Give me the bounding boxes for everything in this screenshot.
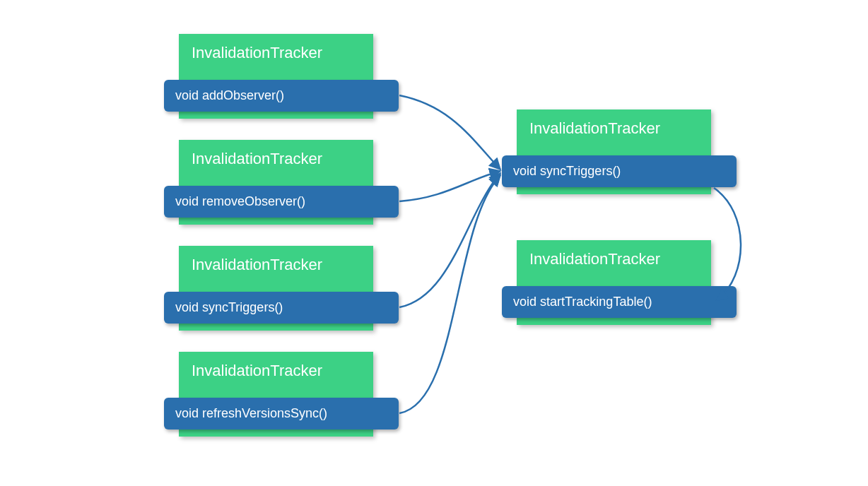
method-label: void refreshVersionsSync() [175,406,327,420]
method-box[interactable]: void removeObserver() [164,186,399,218]
method-box[interactable]: void refreshVersionsSync() [164,398,399,429]
edge [399,175,500,413]
method-label: void addObserver() [175,88,284,102]
class-label: InvalidationTracker [179,140,373,175]
method-box[interactable]: void startTrackingTable() [502,286,737,318]
method-label: void syncTriggers() [513,164,621,178]
class-label: InvalidationTracker [179,352,373,387]
method-label: void startTrackingTable() [513,295,652,309]
method-box[interactable]: void syncTriggers() [502,155,737,187]
edge [399,95,500,170]
class-label: InvalidationTracker [179,34,373,69]
class-label: InvalidationTracker [179,246,373,281]
edge [399,171,500,201]
class-label: InvalidationTracker [517,109,711,145]
method-box[interactable]: void addObserver() [164,80,399,112]
method-label: void removeObserver() [175,194,305,208]
edge [399,173,500,307]
connector-layer [0,0,868,486]
method-box[interactable]: void syncTriggers() [164,292,399,324]
edge [714,188,741,300]
method-label: void syncTriggers() [175,300,283,314]
class-label: InvalidationTracker [517,240,711,275]
